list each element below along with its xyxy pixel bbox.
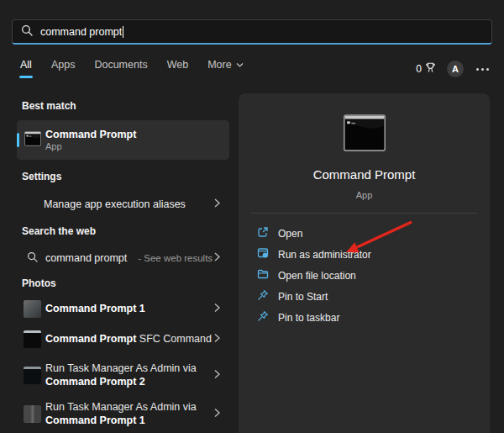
photo-thumbnail: [24, 405, 41, 423]
search-query-text: command prompt: [40, 26, 122, 38]
photo-result-2[interactable]: Command Prompt SFC Command: [17, 325, 229, 352]
preview-app-type: App: [239, 190, 490, 200]
chevron-right-icon: [213, 252, 221, 265]
preview-panel: Command Prompt App Open Run as administr…: [239, 93, 490, 433]
app-type: App: [45, 141, 136, 152]
chevron-right-icon: [213, 406, 221, 421]
preview-app-name: Command Prompt: [239, 167, 490, 182]
open-file-location-action[interactable]: Open file location: [239, 265, 490, 286]
tab-web[interactable]: Web: [167, 59, 188, 78]
photos-header: Photos: [22, 277, 56, 289]
web-suffix: - See web results: [138, 253, 213, 263]
start-search-window: command prompt All Apps Documents Web Mo…: [0, 0, 504, 433]
pin-to-start-action[interactable]: Pin to Start: [239, 286, 490, 307]
web-query: command prompt: [45, 252, 127, 264]
best-match-text: Command Prompt App: [45, 129, 136, 152]
action-label: Open: [278, 228, 302, 240]
ellipsis-icon[interactable]: [475, 65, 491, 74]
open-file-location-icon: [257, 268, 269, 283]
run-as-administrator-action[interactable]: Run as administrator: [239, 244, 490, 265]
tab-documents[interactable]: Documents: [94, 59, 147, 78]
open-action[interactable]: Open: [239, 223, 490, 244]
search-icon: [21, 24, 33, 40]
pin-icon: [257, 310, 269, 325]
action-label: Run as administrator: [278, 249, 371, 261]
trophy-icon: [425, 62, 436, 76]
app-name: Command Prompt: [45, 129, 136, 141]
photo-thumbnail: [24, 300, 41, 318]
photo-title: Run Task Manager As Admin viaCommand Pro…: [45, 400, 197, 428]
settings-result[interactable]: Manage app execution aliases: [17, 192, 229, 217]
settings-header: Settings: [22, 171, 61, 182]
best-match-result[interactable]: Command Prompt App: [17, 120, 229, 160]
chevron-down-icon: [236, 59, 244, 71]
filter-tabs: All Apps Documents Web More: [20, 59, 244, 79]
best-match-header: Best match: [22, 100, 76, 112]
divider: [250, 213, 478, 214]
search-web-header: Search the web: [22, 225, 96, 237]
rewards-count: 0: [416, 63, 422, 75]
tab-apps[interactable]: Apps: [51, 59, 76, 78]
photo-thumbnail: [24, 330, 41, 348]
photo-title: Run Task Manager As Admin viaCommand Pro…: [45, 362, 197, 389]
action-label: Pin to Start: [278, 291, 328, 303]
chevron-right-icon: [213, 367, 221, 383]
web-search-result[interactable]: command prompt - See web results: [17, 246, 229, 271]
action-label: Pin to taskbar: [278, 312, 339, 324]
photo-result-1[interactable]: Command Prompt 1: [17, 295, 229, 322]
photo-title: Command Prompt SFC Command: [45, 332, 212, 346]
search-input[interactable]: command prompt: [40, 26, 123, 38]
avatar[interactable]: A: [447, 61, 464, 77]
rewards-badge[interactable]: 0: [416, 62, 436, 76]
settings-result-label: Manage app execution aliases: [44, 198, 186, 210]
photo-result-3[interactable]: Run Task Manager As Admin viaCommand Pro…: [17, 356, 229, 393]
topbar-controls: 0 A: [416, 61, 491, 77]
action-label: Open file location: [278, 270, 356, 282]
action-list: Open Run as administrator Open file loca…: [239, 223, 490, 328]
pin-to-taskbar-action[interactable]: Pin to taskbar: [239, 307, 490, 328]
tab-more[interactable]: More: [207, 59, 243, 78]
photo-thumbnail: [24, 367, 41, 384]
chevron-right-icon: [213, 198, 221, 211]
run-as-admin-icon: [257, 247, 269, 261]
photo-result-4[interactable]: Run Task Manager As Admin viaCommand Pro…: [17, 395, 229, 432]
search-icon: [27, 251, 38, 265]
chevron-right-icon: [213, 331, 221, 346]
pin-icon: [257, 289, 269, 304]
command-prompt-icon: [24, 131, 41, 150]
command-prompt-icon: [344, 114, 386, 155]
search-bar: command prompt: [12, 19, 492, 45]
open-icon: [257, 226, 269, 240]
chevron-right-icon: [213, 301, 221, 316]
tab-all[interactable]: All: [20, 59, 32, 78]
text-caret: [123, 26, 123, 38]
photo-title: Command Prompt 1: [45, 302, 145, 316]
